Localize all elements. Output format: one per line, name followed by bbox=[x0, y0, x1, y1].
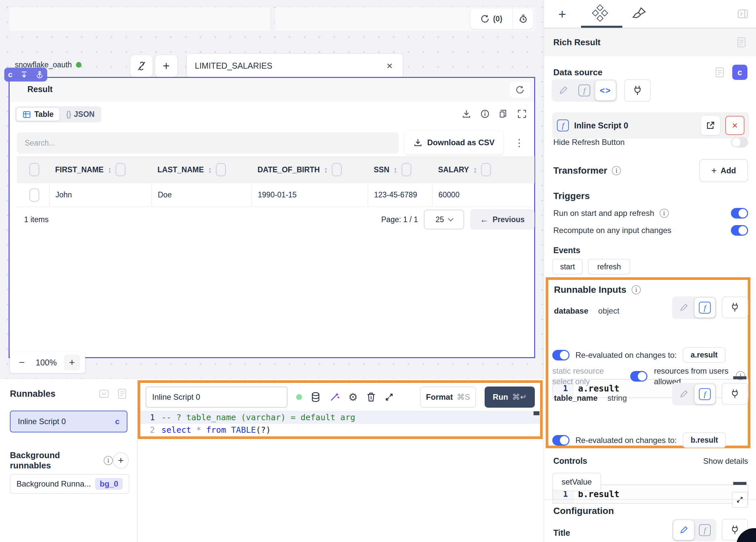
table-cell[interactable]: 1990-01-15 bbox=[252, 183, 368, 207]
column-header[interactable]: LAST_NAME↕ bbox=[152, 156, 252, 183]
trash-icon[interactable] bbox=[366, 392, 376, 402]
static-mode-button[interactable] bbox=[673, 384, 694, 404]
styling-tab[interactable] bbox=[631, 6, 647, 22]
reeval-target-chip[interactable]: b.result bbox=[683, 432, 726, 448]
sql-code-area[interactable]: 1-- ? table_name (varchar) = default arg… bbox=[140, 411, 540, 436]
add-transformer-button[interactable]: + Add bbox=[699, 159, 748, 182]
column-checkbox[interactable] bbox=[332, 163, 342, 176]
hide-refresh-toggle[interactable] bbox=[731, 137, 748, 148]
event-chip-refresh[interactable]: refresh bbox=[588, 259, 630, 275]
column-checkbox[interactable] bbox=[481, 163, 491, 176]
table-cell[interactable]: John bbox=[49, 183, 152, 207]
docs-icon[interactable] bbox=[736, 36, 747, 48]
table-menu-button[interactable]: ⋮ bbox=[512, 134, 527, 151]
zoom-out-button[interactable]: − bbox=[15, 357, 28, 368]
table-cell[interactable]: Doe bbox=[152, 183, 252, 207]
code-mode-button[interactable]: <> bbox=[595, 81, 616, 100]
column-checkbox[interactable] bbox=[116, 163, 125, 176]
info-icon[interactable]: i bbox=[632, 285, 641, 294]
runnable-item-inline-script[interactable]: Inline Script 0 c bbox=[10, 411, 127, 432]
run-history-button[interactable] bbox=[513, 9, 533, 29]
code-line-1[interactable]: 1-- ? table_name (varchar) = default arg bbox=[140, 411, 540, 424]
connect-mode-button[interactable] bbox=[722, 383, 748, 405]
ai-wand-icon[interactable] bbox=[329, 392, 340, 402]
expand-editor-icon[interactable] bbox=[384, 392, 394, 402]
copy-results-icon[interactable] bbox=[498, 109, 508, 119]
add-background-runnable-button[interactable]: + bbox=[113, 452, 129, 469]
column-checkbox[interactable] bbox=[401, 163, 411, 176]
clear-selection-icon[interactable]: × bbox=[383, 59, 396, 72]
info-icon[interactable]: i bbox=[612, 166, 621, 175]
static-mode-button[interactable] bbox=[553, 81, 573, 100]
bound-script-chip[interactable]: f Inline Script 0 × bbox=[552, 112, 749, 139]
code-line-2[interactable]: 2select * from TABLE(?) bbox=[140, 424, 540, 436]
sort-icon[interactable]: ↕ bbox=[208, 165, 212, 175]
tab-json[interactable]: {} JSON bbox=[61, 108, 100, 121]
connect-mode-button[interactable] bbox=[624, 79, 651, 102]
column-checkbox[interactable] bbox=[216, 163, 226, 176]
background-runnable-item[interactable]: Background Runna... bg_0 bbox=[10, 474, 129, 494]
sort-icon[interactable]: ↕ bbox=[473, 165, 477, 175]
fx-mode-button[interactable]: f bbox=[695, 384, 715, 404]
table-search-input[interactable] bbox=[17, 132, 399, 153]
component-id-chip[interactable]: c bbox=[4, 68, 47, 82]
app-canvas[interactable]: (0) snowflake_oauth + × c bbox=[0, 0, 544, 379]
table-cell[interactable]: 60000 bbox=[432, 183, 534, 207]
static-mode-button[interactable] bbox=[673, 520, 694, 540]
setvalue-button[interactable]: setValue bbox=[552, 473, 601, 491]
scrollbar-thumb[interactable] bbox=[733, 482, 746, 485]
add-tab-button[interactable]: + bbox=[554, 6, 570, 22]
collapse-list-icon[interactable] bbox=[98, 388, 110, 399]
expand-down-icon[interactable] bbox=[20, 71, 28, 79]
zoom-in-button[interactable]: + bbox=[64, 355, 80, 370]
sort-icon[interactable]: ↕ bbox=[108, 165, 112, 175]
component-refresh-button[interactable] bbox=[510, 82, 530, 98]
collapse-panel-icon[interactable] bbox=[737, 8, 749, 20]
sort-icon[interactable]: ↕ bbox=[393, 165, 397, 175]
show-details-link[interactable]: Show details bbox=[703, 457, 748, 466]
table-cell[interactable]: 123-45-6789 bbox=[368, 183, 432, 207]
table-select-field[interactable]: × bbox=[187, 54, 403, 78]
docs-icon[interactable] bbox=[117, 388, 127, 399]
fullscreen-icon[interactable] bbox=[517, 109, 527, 119]
anchor-icon[interactable] bbox=[36, 71, 44, 79]
static-mode-button[interactable] bbox=[673, 298, 694, 318]
column-header[interactable]: SSN↕ bbox=[368, 156, 432, 183]
fx-mode-button[interactable]: f bbox=[695, 298, 715, 318]
scrollbar-thumb[interactable] bbox=[533, 411, 539, 415]
connect-mode-button[interactable] bbox=[722, 296, 748, 318]
docs-icon[interactable] bbox=[714, 66, 725, 78]
format-button[interactable]: Format ⌘S bbox=[420, 387, 476, 408]
open-script-button[interactable] bbox=[701, 116, 720, 135]
info-icon[interactable]: i bbox=[660, 209, 669, 218]
column-header[interactable]: FIRST_NAME↕ bbox=[49, 156, 152, 183]
column-header[interactable]: SALARY↕ bbox=[432, 156, 534, 183]
expand-expr-button[interactable] bbox=[732, 492, 748, 508]
reeval-toggle[interactable] bbox=[552, 435, 569, 446]
info-icon[interactable] bbox=[480, 109, 490, 119]
download-icon[interactable] bbox=[462, 109, 471, 119]
fx-mode-button[interactable]: f bbox=[695, 520, 715, 540]
download-csv-button[interactable]: Download as CSV bbox=[404, 131, 503, 154]
gear-icon[interactable]: ⚙ bbox=[348, 391, 358, 403]
remove-data-source-button[interactable]: × bbox=[725, 116, 744, 135]
column-header[interactable]: DATE_OF_BIRTH↕ bbox=[252, 156, 368, 183]
tab-table[interactable]: Table bbox=[17, 108, 59, 121]
database-icon[interactable] bbox=[311, 392, 321, 402]
script-name-input[interactable] bbox=[146, 387, 288, 408]
refresh-all-button[interactable]: (0) bbox=[470, 9, 512, 29]
table-select-input[interactable] bbox=[195, 54, 366, 78]
reeval-toggle[interactable] bbox=[552, 350, 569, 360]
info-icon[interactable]: i bbox=[736, 371, 745, 380]
event-chip-start[interactable]: start bbox=[552, 259, 583, 275]
row-checkbox[interactable] bbox=[29, 188, 39, 202]
sort-icon[interactable]: ↕ bbox=[324, 165, 328, 175]
fx-mode-button[interactable]: f bbox=[574, 81, 595, 100]
run-button[interactable]: Run ⌘↵ bbox=[485, 387, 535, 408]
rich-result-component[interactable]: Result Table {} JSON bbox=[9, 77, 535, 358]
previous-page-button[interactable]: ← Previous bbox=[470, 209, 534, 230]
resources-from-users-toggle[interactable] bbox=[630, 371, 647, 382]
recompute-toggle[interactable] bbox=[731, 225, 748, 236]
components-tab[interactable] bbox=[591, 5, 609, 23]
info-icon[interactable]: i bbox=[104, 456, 113, 465]
